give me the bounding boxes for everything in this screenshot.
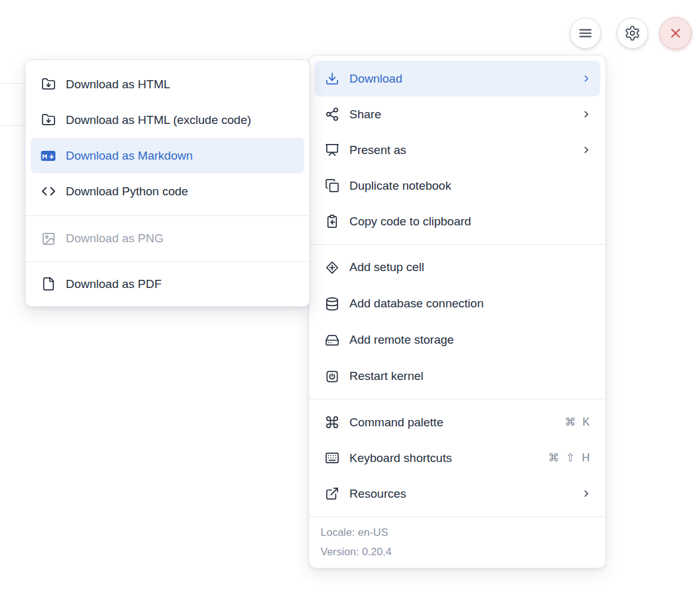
submenu-section-png: Download as PNG [26,216,309,261]
markdown-icon [41,148,56,163]
menu-item-label: Duplicate notebook [349,179,592,193]
image-icon [41,231,56,246]
menu-item-label: Add remote storage [349,333,592,347]
settings-button[interactable] [617,18,648,49]
menu-item-label: Download as Markdown [66,149,296,163]
menu-item-label: Download as HTML (exclude code) [66,113,296,127]
menu-item-download-pdf[interactable]: Download as PDF [31,266,304,302]
menu-item-resources[interactable]: Resources [314,476,600,511]
shortcut-hint: ⌘ ⇧ H [548,451,592,465]
power-square-icon [324,369,339,384]
menu-item-label: Share [349,108,570,121]
menu-item-label: Download as PNG [66,232,296,245]
menu-footer: Locale: en-US Version: 0.20.4 [309,517,605,568]
menu-item-label: Present as [349,143,570,157]
file-icon [41,277,56,292]
menu-item-label: Resources [349,487,570,501]
folder-down-icon [41,77,56,92]
menu-item-download[interactable]: Download [314,61,600,96]
menu-item-label: Add setup cell [349,260,592,274]
shutdown-button[interactable] [659,17,692,49]
close-icon [668,26,683,41]
menu-item-download-html-exclude-code[interactable]: Download as HTML (exclude code) [31,102,304,138]
submenu-section-documents: Download as HTML Download as HTML (exclu… [26,60,309,215]
chevron-right-icon [580,73,592,85]
version-text: Version: 0.20.4 [321,542,594,562]
menu-item-download-python[interactable]: Download Python code [31,173,304,209]
diamond-plus-icon [324,260,339,275]
menu-item-restart-kernel[interactable]: Restart kernel [314,358,600,394]
menu-item-add-setup-cell[interactable]: Add setup cell [314,249,600,285]
menu-item-duplicate-notebook[interactable]: Duplicate notebook [314,168,600,203]
menu-item-label: Restart kernel [349,369,592,383]
clipboard-copy-icon [324,214,339,229]
share-icon [324,107,339,122]
menu-item-present-as[interactable]: Present as [314,132,600,168]
menu-item-copy-code[interactable]: Copy code to clipboard [314,203,600,239]
chevron-right-icon [580,488,592,500]
menu-item-keyboard-shortcuts[interactable]: Keyboard shortcuts ⌘ ⇧ H [314,440,600,476]
hamburger-icon [577,25,594,41]
menu-item-label: Download Python code [66,185,296,198]
menu-item-share[interactable]: Share [314,96,600,132]
external-link-icon [324,486,339,501]
download-submenu: Download as HTML Download as HTML (exclu… [25,59,310,307]
page-divider-line [0,83,25,84]
code-icon [41,184,56,199]
menu-section-actions: Download Share [309,56,605,244]
menu-item-add-remote-storage[interactable]: Add remote storage [314,322,600,358]
chevron-right-icon [580,109,592,120]
page-divider-line [0,125,25,126]
menu-item-label: Keyboard shortcuts [349,451,538,465]
menu-section-help: Command palette ⌘ K Keyboard shortcuts ⌘… [309,399,605,516]
menu-item-label: Download as PDF [66,277,296,291]
download-icon [324,71,339,86]
menu-item-download-markdown[interactable]: Download as Markdown [31,138,304,173]
menu-item-label: Add database connection [349,297,592,311]
notebook-menu-button[interactable] [570,18,601,49]
menu-item-command-palette[interactable]: Command palette ⌘ K [314,404,600,440]
hard-drive-icon [324,332,339,347]
submenu-section-pdf: Download as PDF [26,262,309,306]
keyboard-icon [324,451,339,466]
presentation-icon [324,143,339,158]
menu-item-label: Command palette [349,416,555,429]
menu-item-label: Download as HTML [66,78,296,91]
menu-item-download-png: Download as PNG [31,220,304,257]
menu-item-label: Download [349,72,570,86]
menu-section-add: Add setup cell Add database connection [309,245,605,399]
folder-down-icon [41,113,56,128]
menu-item-add-database[interactable]: Add database connection [314,285,600,322]
page: Download Share [0,0,700,616]
command-icon [324,415,339,430]
shortcut-hint: ⌘ K [565,416,592,429]
menu-item-download-html[interactable]: Download as HTML [31,66,304,102]
locale-text: Locale: en-US [321,523,594,542]
database-icon [324,296,339,311]
copy-icon [324,178,339,193]
notebook-actions-menu: Download Share [309,55,606,568]
chevron-right-icon [580,145,592,156]
menu-item-label: Copy code to clipboard [349,215,592,228]
gear-icon [624,25,641,41]
